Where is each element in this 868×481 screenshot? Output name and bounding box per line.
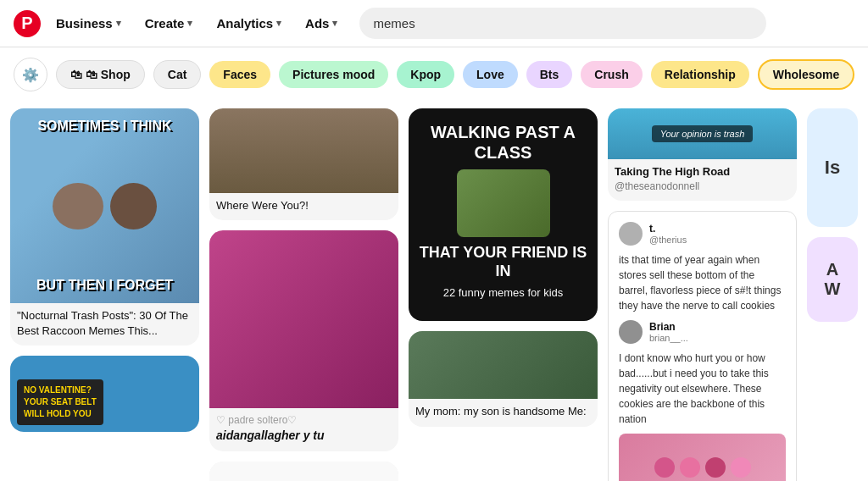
opinion-card[interactable]: Your opinion is trash Taking The High Ro…: [608, 108, 797, 201]
filter-button[interactable]: ⚙️: [14, 58, 47, 91]
chip-relationship[interactable]: Relationship: [651, 61, 749, 88]
post2-handle: brian__...: [649, 333, 688, 343]
search-input[interactable]: [359, 8, 766, 39]
masonry-grid: SOMETIMES I THINK BUT THEN I FORGET "Noc…: [0, 102, 868, 481]
my-mom-card[interactable]: My mom: my son is handsome Me:: [409, 331, 598, 426]
walking-class-top-text: WALKING PAST A CLASS: [417, 122, 589, 163]
post2-username: Brian: [649, 321, 688, 333]
ads-arrow: ▾: [332, 18, 337, 29]
where-were-you-caption: Where Were You?!: [209, 193, 398, 220]
opinion-caption: Taking The High Road @theseanodonnell: [608, 159, 797, 201]
post2-avatar: [619, 320, 643, 344]
post2-header: Brian brian__...: [619, 320, 786, 344]
chip-bts[interactable]: Bts: [526, 61, 573, 88]
billboard-card[interactable]: NO VALENTINE?YOUR SEAT BELTWILL HOLD YOU: [10, 356, 199, 432]
post1-username: t.: [649, 223, 687, 235]
chip-kpop[interactable]: Kpop: [397, 61, 454, 88]
walking-class-caption: 22 funny memes for kids: [437, 280, 570, 307]
nav-business[interactable]: Business ▾: [47, 9, 130, 37]
padre-soltero-text: ♡ padre soltero♡ aidangallagher y tu: [209, 408, 398, 451]
raccoon-top-text: SOMETIMES I THINK: [37, 119, 171, 134]
create-arrow: ▾: [187, 18, 192, 29]
padre-soltero-card[interactable]: ♡ padre soltero♡ aidangallagher y tu: [209, 230, 398, 451]
cookie-image: [619, 434, 786, 481]
walking-class-bottom-text: THAT YOUR FRIEND IS IN: [417, 244, 589, 280]
padre-soltero-username: aidangallagher y tu: [216, 428, 392, 445]
post1-header: t. @therius: [619, 222, 786, 246]
raccoon-caption: "Nocturnal Trash Posts": 30 Of The Best …: [10, 303, 199, 346]
where-were-you-card[interactable]: Where Were You?!: [209, 108, 398, 220]
post2-body: I dont know who hurt you or how bad.....…: [619, 351, 786, 427]
chip-crush[interactable]: Crush: [581, 61, 642, 88]
pinterest-logo[interactable]: P: [14, 10, 41, 37]
col-5: Is A W: [807, 108, 858, 481]
business-arrow: ▾: [116, 18, 121, 29]
chip-wholesome[interactable]: Wholesome: [758, 59, 855, 90]
header: P Business ▾ Create ▾ Analytics ▾ Ads ▾: [0, 0, 868, 47]
col5-text1: Is: [825, 157, 840, 179]
col-4: Your opinion is trash Taking The High Ro…: [608, 108, 797, 481]
you-are-card[interactable]: you are: [209, 462, 398, 481]
analytics-arrow: ▾: [276, 18, 281, 29]
col-2: Where Were You?! ♡ padre soltero♡ aidang…: [209, 108, 398, 481]
post1-handle: @therius: [649, 235, 687, 245]
nav-ads[interactable]: Ads ▾: [297, 9, 346, 37]
nav-create[interactable]: Create ▾: [136, 9, 202, 37]
col-3: WALKING PAST A CLASS THAT YOUR FRIEND IS…: [409, 108, 598, 481]
raccoon-bottom-text: BUT THEN I FORGET: [36, 278, 173, 293]
walking-class-card[interactable]: WALKING PAST A CLASS THAT YOUR FRIEND IS…: [409, 108, 598, 321]
nav-analytics[interactable]: Analytics ▾: [208, 9, 290, 37]
raccoon-meme-card[interactable]: SOMETIMES I THINK BUT THEN I FORGET "Noc…: [10, 108, 199, 346]
col5-card1[interactable]: Is: [807, 108, 858, 227]
chip-cat[interactable]: Cat: [153, 60, 202, 89]
col5-card2[interactable]: A W: [807, 237, 858, 322]
chip-love[interactable]: Love: [463, 61, 518, 88]
my-mom-text: My mom: my son is handsome Me:: [409, 399, 598, 426]
chip-shop[interactable]: 🛍 🛍 Shop: [56, 60, 145, 89]
col-1: SOMETIMES I THINK BUT THEN I FORGET "Noc…: [10, 108, 199, 481]
opinion-text: Your opinion is trash: [652, 125, 754, 142]
chips-row: ⚙️ 🛍 🛍 Shop Cat Faces Pictures mood Kpop…: [0, 47, 868, 102]
chip-pictures-mood[interactable]: Pictures mood: [279, 61, 388, 88]
col5-text2: A W: [825, 260, 841, 299]
you-are-text: you are: [218, 478, 390, 481]
search-bar: [359, 8, 766, 39]
billboard-text: NO VALENTINE?YOUR SEAT BELTWILL HOLD YOU: [17, 379, 103, 425]
post1-avatar: [619, 222, 643, 246]
post1-body: its that time of year again when stores …: [619, 252, 786, 313]
cookie-post-card[interactable]: t. @therius its that time of year again …: [608, 211, 797, 481]
chip-faces[interactable]: Faces: [209, 61, 270, 88]
